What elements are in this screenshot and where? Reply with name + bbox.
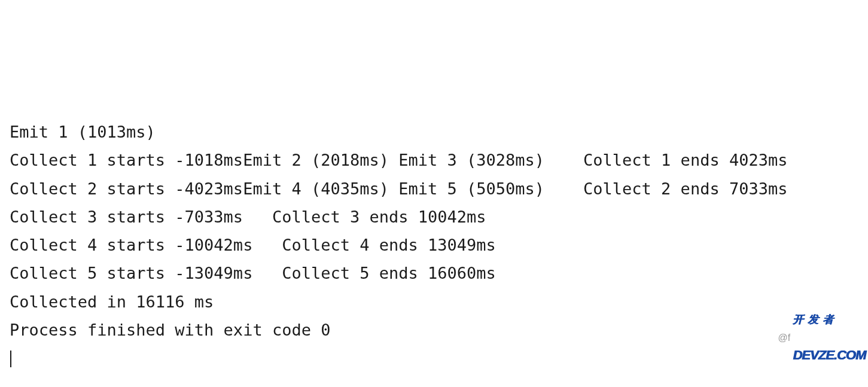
output-line: Collect 5 starts -13049ms Collect 5 ends… bbox=[10, 259, 858, 287]
text-cursor bbox=[10, 351, 11, 367]
watermark-logo: 开 发 者 DEVZE.COM bbox=[793, 290, 866, 386]
output-line: Collect 3 starts -7033ms Collect 3 ends … bbox=[10, 203, 858, 231]
output-line: Collect 4 starts -10042ms Collect 4 ends… bbox=[10, 231, 858, 259]
watermark-at: @f bbox=[778, 330, 791, 346]
console-output: Emit 1 (1013ms)Collect 1 starts -1018msE… bbox=[10, 118, 858, 372]
watermark: @f 开 发 者 DEVZE.COM bbox=[778, 290, 866, 386]
watermark-bottom: DEVZE.COM bbox=[793, 349, 866, 362]
output-line: Collect 2 starts -4023msEmit 4 (4035ms) … bbox=[10, 175, 858, 203]
output-line: Collected in 16116 ms bbox=[10, 288, 858, 316]
output-line: Process finished with exit code 0 bbox=[10, 316, 858, 344]
output-line: Emit 1 (1013ms) bbox=[10, 118, 858, 146]
output-line: Collect 1 starts -1018msEmit 2 (2018ms) … bbox=[10, 146, 858, 174]
watermark-top: 开 发 者 bbox=[793, 314, 866, 325]
